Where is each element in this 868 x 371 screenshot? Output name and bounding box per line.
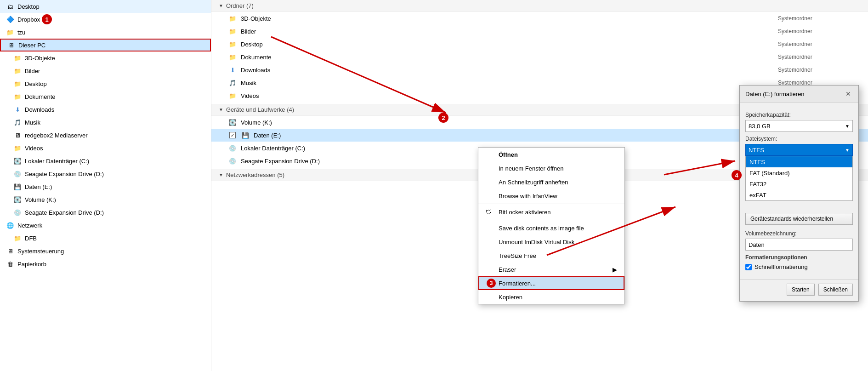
option-fat-standard[interactable]: FAT (Standard) [746,167,852,178]
sidebar-label: Systemsteuerung [17,248,64,255]
music-icon: 🎵 [13,118,22,127]
speicherkapazitaet-label: Speicherkapazität: [745,112,853,118]
context-menu-label: Browse with IrfanView [499,193,557,200]
drive-icon: 💿 [13,208,22,217]
schnellformatierung-row: Schnellformatierung [745,263,853,270]
dialog-body: Speicherkapazität: 83,0 GB ▼ Dateisystem… [740,103,858,276]
context-menu-kopieren[interactable]: Kopieren [478,290,624,304]
sidebar-item-musik[interactable]: 🎵 Musik [0,116,211,129]
sidebar-item-papierkorb[interactable]: 🗑 Papierkorb [0,257,211,270]
chevron-down-icon: ▼ [219,3,223,8]
schnellformatierung-checkbox[interactable] [745,264,752,270]
schnellformatierung-label: Schnellformatierung [755,263,808,270]
file-name: Dokumente [241,54,778,61]
file-name: Volume (K:) [241,119,778,126]
speicherkapazitaet-select[interactable]: 83,0 GB ▼ [745,120,853,132]
file-name: Bilder [241,28,778,35]
file-row-dokumente[interactable]: 📁 Dokumente Systemordner [211,51,868,63]
sidebar-item-bilder[interactable]: 📁 Bilder [0,64,211,77]
sidebar-item-desktop-top[interactable]: 🗂 Desktop [0,0,211,13]
volumebezeichnung-input[interactable] [745,239,853,251]
drive-icon: 💿 [228,156,237,166]
sidebar-item-seagate-d2[interactable]: 💿 Seagate Expansion Drive (D:) [0,206,211,219]
folder3d-icon: 📁 [13,53,22,63]
sidebar-item-dropbox[interactable]: 🔷 Dropbox 1 [0,13,211,26]
badge-step4-wrapper: 4 [730,170,742,180]
file-type: Systemordner [778,41,861,47]
context-menu-neues-fenster[interactable]: In neuem Fenster öffnen [478,161,624,175]
download-icon: ⬇ [13,105,22,114]
badge-step2-wrapper: 2 [437,113,448,123]
schliessen-button[interactable]: Schließen [818,284,853,296]
sidebar-label: Seagate Expansion Drive (D:) [25,171,104,177]
dateisystem-select-wrapper[interactable]: NTFS ▼ NTFS FAT (Standard) FAT32 exFAT [745,144,853,156]
sidebar-item-lokaler-c[interactable]: 💽 Lokaler Datenträger (C:) [0,154,211,167]
context-menu-label: Save disk contents as image file [499,225,584,232]
sidebar-label: Dieser PC [18,42,45,49]
sidebar-item-daten-e[interactable]: 💾 Daten (E:) [0,180,211,193]
chevron-down-icon: ▼ [845,148,850,153]
section-netzwerk-title: Netzwerkadressen (5) [226,171,284,178]
dialog-title: Daten (E:) formatieren [745,91,805,97]
context-menu-schnellzugriff[interactable]: An Schnellzugriff anheften [478,175,624,189]
sidebar-item-dieser-pc[interactable]: 🖥 Dieser PC [0,39,211,51]
context-menu-formatieren[interactable]: 3 Formatieren... [478,276,624,290]
starten-button[interactable]: Starten [787,284,815,296]
option-fat32[interactable]: FAT32 [746,178,852,189]
context-menu-eraser[interactable]: Eraser ▶ [478,263,624,276]
context-menu-label: Öffnen [499,151,518,158]
sidebar-label: tzu [17,29,25,36]
sidebar-item-seagate-d[interactable]: 💿 Seagate Expansion Drive (D:) [0,167,211,180]
pc-icon: 🖥 [6,40,16,50]
sidebar-item-dfb[interactable]: 📁 DFB [0,232,211,245]
sidebar-label: Volume (K:) [25,196,56,203]
sidebar-item-desktop[interactable]: 📁 Desktop [0,77,211,90]
file-row-downloads[interactable]: ⬇ Downloads Systemordner [211,63,868,76]
drive-icon: 💽 [13,156,22,166]
context-menu-oeffnen[interactable]: Öffnen [478,148,624,161]
drive-data-icon: 💾 [241,131,250,140]
sidebar-item-systemsteuerung[interactable]: 🖥 Systemsteuerung [0,245,211,257]
sidebar-item-3dobjekte[interactable]: 📁 3D-Objekte [0,51,211,64]
sidebar-label: Desktop [17,3,40,10]
format-dialog: Daten (E:) formatieren ✕ Speicherkapazit… [739,85,859,302]
sidebar-label: Lokaler Datenträger (C:) [25,158,89,165]
sidebar-item-dokumente[interactable]: 📁 Dokumente [0,90,211,103]
restore-defaults-button[interactable]: Gerätestandards wiederherstellen [745,213,853,225]
checkbox-icon: ✓ [228,131,237,140]
file-row-desktop[interactable]: 📁 Desktop Systemordner [211,38,868,51]
sidebar-item-volume-k[interactable]: 💽 Volume (K:) [0,193,211,206]
section-ordner-header[interactable]: ▼ Ordner (7) [211,0,868,12]
file-row-bilder[interactable]: 📁 Bilder Systemordner [211,25,868,38]
context-menu-irfanview[interactable]: Browse with IrfanView [478,189,624,203]
drive-icon: 💿 [228,143,237,153]
sidebar-item-redgebox2[interactable]: 🖥 redgebox2 Mediaserver [0,129,211,142]
dateisystem-select[interactable]: NTFS ▼ [745,144,853,156]
file-type: Systemordner [778,15,861,22]
section-ordner-title: Ordner (7) [226,2,254,9]
context-menu-unmount[interactable]: Unmount ImDisk Virtual Disk [478,235,624,249]
file-row-3dobjekte[interactable]: 📁 3D-Objekte Systemordner [211,12,868,25]
context-menu-label: Formatieren... [499,280,536,287]
sidebar-item-videos[interactable]: 📁 Videos [0,142,211,154]
speicherkapazitaet-select-wrapper: 83,0 GB ▼ [745,120,853,132]
context-menu-label: TreeSize Free [499,252,536,259]
context-menu-bitlocker[interactable]: 🛡 BitLocker aktivieren [478,205,624,219]
badge-3: 3 [487,279,496,288]
sidebar-item-downloads[interactable]: ⬇ Downloads [0,103,211,116]
context-menu-treesize[interactable]: TreeSize Free [478,249,624,263]
context-menu-save-disk[interactable]: Save disk contents as image file [478,221,624,235]
folder-icon: 📁 [13,234,22,243]
sidebar-item-tzu[interactable]: 📁 tzu [0,26,211,39]
chevron-down-icon: ▼ [219,107,223,112]
option-ntfs[interactable]: NTFS [746,156,852,167]
dialog-titlebar: Daten (E:) formatieren ✕ [740,86,858,103]
sidebar-item-netzwerk[interactable]: 🌐 Netzwerk [0,219,211,232]
file-type: Systemordner [778,54,861,60]
dialog-close-button[interactable]: ✕ [844,89,853,98]
option-exfat[interactable]: exFAT [746,189,852,200]
context-menu-label: BitLocker aktivieren [499,209,550,216]
folder-icon: 📁 [13,66,22,75]
checkbox: ✓ [229,132,236,138]
sidebar-label: Dropbox [17,16,40,23]
